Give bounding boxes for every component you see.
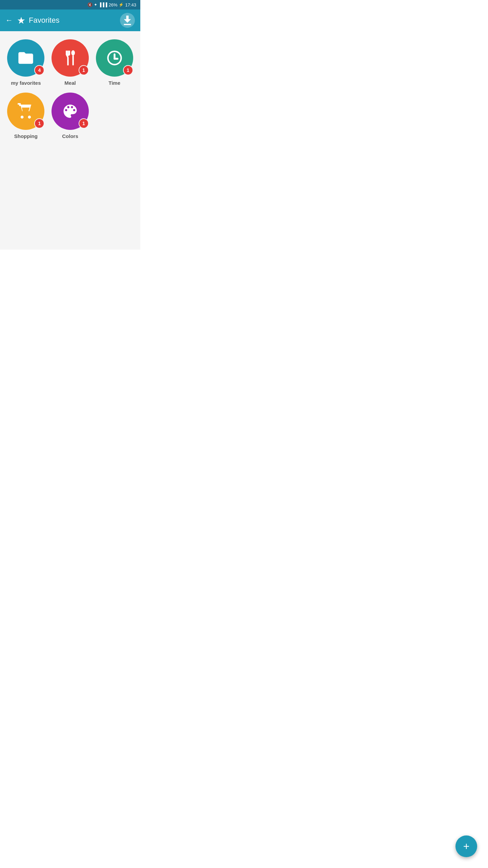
colors-circle-wrapper: 1 [52,93,89,130]
fork-spoon-icon [61,49,79,67]
shopping-label: Shopping [14,133,38,139]
favorites-grid: 4 my favorites [5,39,135,139]
my-favorites-badge: 4 [34,65,44,75]
grid-item-my-favorites[interactable]: 4 my favorites [5,39,46,86]
top-bar: ← ★ Favorites [0,9,140,31]
time-text: 17:43 [125,2,136,7]
download-icon [120,13,135,27]
colors-badge: 1 [79,118,89,129]
svg-point-5 [71,50,75,55]
my-favorites-circle-wrapper: 4 [7,39,44,77]
star-icon: ★ [17,15,25,26]
meal-circle-wrapper: 1 [52,39,89,77]
main-content: 4 my favorites [0,31,140,250]
battery-icon: ⚡ [119,2,124,7]
signal-icon: ▐▐▐ [99,2,107,7]
title-group: ★ Favorites [17,15,59,26]
palette-icon [61,102,79,120]
grid-item-shopping[interactable]: 1 Shopping [5,93,46,139]
status-icons: 🔇 ✦ ▐▐▐ 26% ⚡ 17:43 [87,2,136,7]
mute-icon: 🔇 [87,2,93,7]
download-button[interactable] [120,13,135,28]
grid-item-colors[interactable]: 1 Colors [50,93,91,139]
meal-badge: 1 [79,65,89,75]
time-badge: 1 [123,65,133,75]
top-bar-left: ← ★ Favorites [5,15,59,26]
time-circle-wrapper: 1 [96,39,133,77]
grid-item-meal[interactable]: 1 Meal [50,39,91,86]
shopping-badge: 1 [34,118,44,129]
my-favorites-label: my favorites [11,80,41,86]
battery-text: 26% [108,2,117,7]
page-title: Favorites [29,16,59,25]
colors-label: Colors [62,133,78,139]
meal-label: Meal [64,80,76,86]
shopping-circle-wrapper: 1 [7,93,44,130]
bluetooth-icon: ✦ [94,2,97,7]
star-folder-icon [17,49,35,67]
time-label: Time [108,80,120,86]
clock-icon [106,49,123,67]
grid-item-time[interactable]: 1 Time [94,39,135,86]
back-button[interactable]: ← [5,16,13,25]
status-bar: 🔇 ✦ ▐▐▐ 26% ⚡ 17:43 [0,0,140,9]
cart-icon [17,102,35,120]
